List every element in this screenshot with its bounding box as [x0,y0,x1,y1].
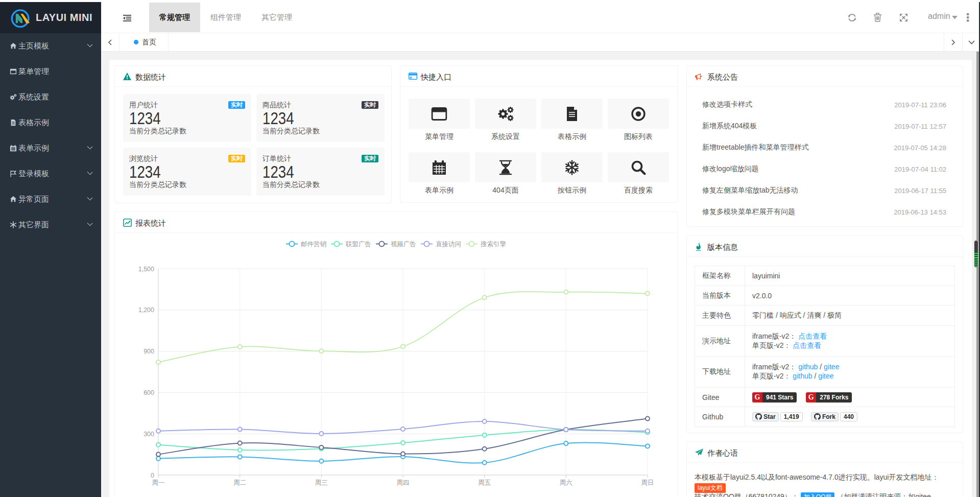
svg-text:1,200: 1,200 [138,306,154,314]
svg-text:600: 600 [144,389,154,396]
svg-text:300: 300 [144,431,154,438]
svg-text:邮件营销: 邮件营销 [301,241,327,248]
svg-text:周二: 周二 [233,479,246,486]
svg-text:1,500: 1,500 [138,266,154,273]
svg-text:视频广告: 视频广告 [391,241,416,248]
svg-text:联盟广告: 联盟广告 [345,241,371,248]
svg-text:0: 0 [151,472,154,479]
svg-text:周四: 周四 [397,479,410,486]
svg-text:周三: 周三 [315,479,328,486]
svg-text:周日: 周日 [641,479,654,486]
svg-text:周一: 周一 [152,479,165,486]
svg-text:周五: 周五 [478,479,491,486]
svg-text:直接访问: 直接访问 [436,241,461,248]
svg-text:搜索引擎: 搜索引擎 [481,241,507,248]
svg-text:900: 900 [144,348,154,355]
svg-text:周六: 周六 [560,479,572,486]
